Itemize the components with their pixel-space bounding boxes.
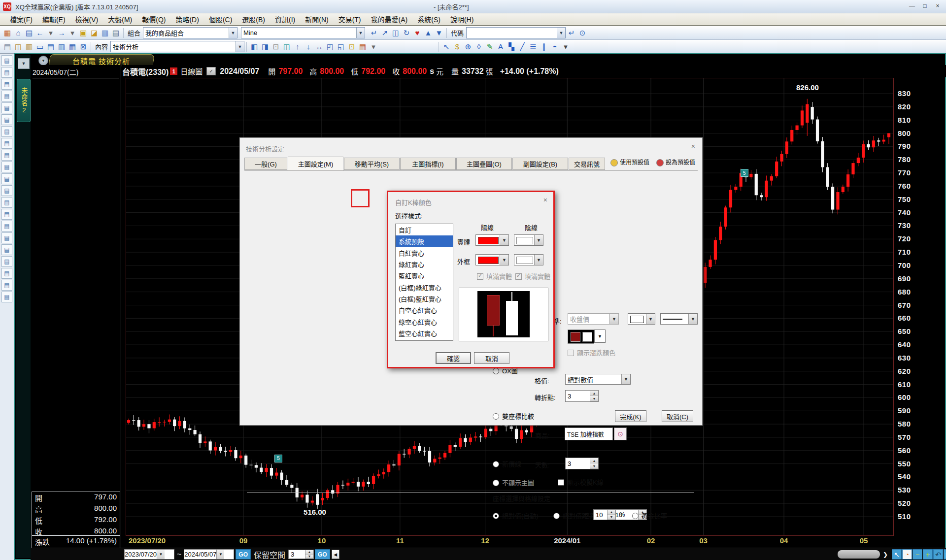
- palette-icon[interactable]: ▦: [357, 41, 368, 52]
- dock-page-icon[interactable]: ▤: [1, 256, 12, 267]
- win-lock-icon[interactable]: ⊡: [270, 41, 281, 52]
- dock-page-icon[interactable]: ▤: [1, 138, 12, 149]
- dock-page-icon[interactable]: ▤: [1, 209, 12, 220]
- grid-value-combo[interactable]: 絕對數值▼: [565, 374, 631, 385]
- dock-page-icon[interactable]: ▤: [1, 91, 12, 101]
- layout-rows-icon[interactable]: ▤: [45, 41, 56, 52]
- range-to-combo[interactable]: 2024/05/07▼: [184, 549, 234, 560]
- tab-主圖指標(I)[interactable]: 主圖指標(I): [400, 158, 456, 170]
- layout-grid-icon[interactable]: ▦: [67, 41, 78, 52]
- menu-個股(C)[interactable]: 個股(C): [204, 13, 237, 25]
- reserve-go-button[interactable]: GO: [315, 549, 330, 560]
- event-badge[interactable]: 5: [274, 455, 282, 462]
- spinner-up-icon[interactable]: ▲: [305, 550, 313, 555]
- frame-icon[interactable]: ▣: [944, 549, 946, 560]
- dock-page-icon[interactable]: ▤: [1, 114, 12, 125]
- symbol-code-input[interactable]: ▼: [466, 27, 566, 38]
- menu-交易(T)[interactable]: 交易(T): [334, 13, 366, 25]
- subdialog-cancel-button[interactable]: 取消: [474, 352, 509, 364]
- chevron-down-icon[interactable]: ▼: [216, 550, 224, 559]
- tab-dropdown-button[interactable]: ▼: [38, 56, 48, 66]
- back-icon[interactable]: ←: [34, 28, 45, 38]
- favorite-icon[interactable]: ♥: [412, 28, 423, 38]
- dock-page-icon[interactable]: ▤: [1, 197, 12, 208]
- dialog-close-icon[interactable]: ×: [691, 142, 695, 150]
- reserve-spinner[interactable]: 3 ▲▼: [288, 550, 314, 559]
- page-lock-icon[interactable]: ▥: [24, 41, 34, 52]
- product-input[interactable]: TSE 加權指數: [565, 428, 613, 440]
- more-icon[interactable]: ▾: [560, 41, 571, 52]
- style-item-綠紅實心[interactable]: 綠紅實心: [396, 259, 453, 270]
- pointer-icon[interactable]: ↖: [892, 549, 902, 560]
- refresh-icon[interactable]: ↻: [401, 28, 412, 38]
- eraser-icon[interactable]: ◊: [473, 41, 484, 52]
- layout-single-icon[interactable]: ▭: [34, 41, 45, 52]
- dock-page-icon[interactable]: ▤: [1, 292, 12, 302]
- menu-報價(Q)[interactable]: 報價(Q): [137, 13, 170, 25]
- layout-cols-icon[interactable]: ▥: [56, 41, 67, 52]
- bear-frame-color-combo[interactable]: ▼: [514, 254, 543, 265]
- radio-golden[interactable]: 黃金比率: [632, 511, 667, 520]
- menu-大盤(M)[interactable]: 大盤(M): [103, 13, 137, 25]
- chevron-down-icon[interactable]: ▼: [356, 28, 365, 38]
- style-item-白紅實心[interactable]: 白紅實心: [396, 247, 453, 259]
- content-combo[interactable]: 技術分析▼: [110, 41, 244, 52]
- win3-icon[interactable]: ◰: [325, 41, 336, 52]
- dock-page-icon[interactable]: ▤: [1, 280, 12, 291]
- bull-body-color-combo[interactable]: ▼: [475, 234, 509, 246]
- dock-page-icon[interactable]: ▤: [1, 173, 12, 184]
- palette-more-icon[interactable]: ▾: [368, 41, 379, 52]
- style-item-綠空心紅實心[interactable]: 綠空心紅實心: [396, 316, 453, 327]
- style-item-自訂[interactable]: 自訂: [396, 224, 453, 235]
- back-more-icon[interactable]: ▾: [45, 28, 56, 38]
- chevron-down-icon[interactable]: ▼: [157, 550, 165, 559]
- trend-icon[interactable]: ╱: [517, 41, 528, 52]
- home-icon[interactable]: ⌂: [13, 28, 24, 38]
- dock-page-icon[interactable]: ▤: [1, 126, 12, 137]
- dock-page-icon[interactable]: ▤: [1, 102, 12, 113]
- style-item-藍空心紅實心[interactable]: 藍空心紅實心: [396, 328, 453, 339]
- line-color-combo[interactable]: ▼: [628, 313, 655, 325]
- portfolio-combo[interactable]: 我的商品組合▼: [143, 27, 237, 38]
- enter-icon[interactable]: ↵: [369, 28, 379, 38]
- event-badge[interactable]: 5: [741, 169, 748, 177]
- dock-page-icon[interactable]: ▤: [1, 185, 12, 196]
- print-icon[interactable]: ▤: [110, 28, 121, 38]
- new-file-icon[interactable]: ▣: [78, 28, 89, 38]
- arrange-tile-icon[interactable]: ↔: [314, 41, 325, 52]
- enter2-icon[interactable]: ↵: [566, 28, 577, 38]
- pencil-icon[interactable]: ✎: [484, 41, 495, 52]
- scroll-right-button[interactable]: ❯: [881, 549, 890, 560]
- dock-page-icon[interactable]: ▤: [1, 232, 12, 243]
- group-combo[interactable]: Mine▼: [241, 27, 365, 38]
- chevron-down-icon[interactable]: ▼: [236, 41, 244, 52]
- search-icon[interactable]: ⊙: [577, 28, 588, 38]
- menu-我的最愛(A)[interactable]: 我的最愛(A): [366, 13, 413, 25]
- tab-移動平均(S)[interactable]: 移動平均(S): [344, 158, 400, 170]
- chevron-down-icon[interactable]: ▼: [557, 28, 565, 38]
- undo-icon[interactable]: ↶: [933, 549, 943, 560]
- expand-icon[interactable]: ↗: [379, 28, 390, 38]
- dock-page-icon[interactable]: ▤: [1, 162, 12, 172]
- subdialog-close-icon[interactable]: ×: [543, 196, 547, 204]
- tab-主圖設定(M)[interactable]: 主圖設定(M): [288, 157, 343, 170]
- kbar-color-dropdown[interactable]: ▼: [594, 329, 606, 343]
- clock-icon[interactable]: ◔: [902, 549, 912, 560]
- menu-選股(B)[interactable]: 選股(B): [237, 13, 270, 25]
- range-go-button[interactable]: GO: [236, 549, 251, 560]
- window-icon[interactable]: ◫: [390, 28, 401, 38]
- chevron-down-icon[interactable]: ▼: [229, 28, 237, 38]
- period-label[interactable]: 日線圖: [180, 66, 203, 76]
- arrange-down-icon[interactable]: ↓: [303, 41, 314, 52]
- save-icon[interactable]: ▥: [100, 28, 110, 38]
- dock-page-icon[interactable]: ▤: [1, 55, 12, 66]
- dialog-ok-button[interactable]: 完成(K): [615, 410, 646, 422]
- checkbox-sim-kline[interactable]: 顯示模擬K線: [558, 477, 604, 487]
- days-spinner[interactable]: 3▲▼: [565, 458, 599, 469]
- menu-資訊(I)[interactable]: 資訊(I): [270, 13, 300, 25]
- pct-spinner[interactable]: 10▲▼: [593, 509, 616, 520]
- page-add-icon[interactable]: ▤: [2, 41, 13, 52]
- radio-new-price[interactable]: 新價線: [493, 459, 521, 468]
- style-item-藍紅實心[interactable]: 藍紅實心: [396, 270, 453, 281]
- zoom-in-icon[interactable]: +: [923, 549, 933, 560]
